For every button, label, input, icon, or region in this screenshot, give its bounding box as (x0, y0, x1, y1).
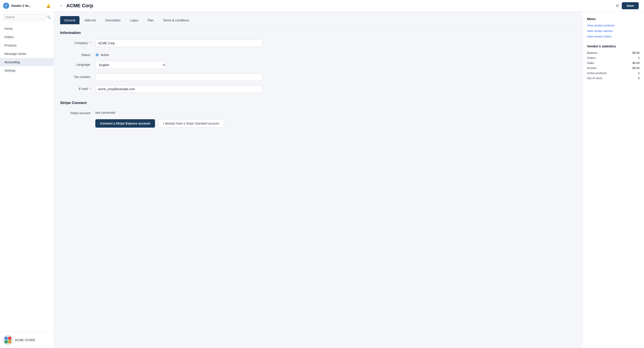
stripe-connect-section: Stripe Connect Stripe account: Not conne… (60, 101, 576, 128)
stripe-buttons-container: Connect a Stripe Express account I alrea… (95, 119, 576, 128)
tax-number-label: Tax number: (60, 73, 95, 79)
sidebar-item-accounting[interactable]: Accounting (0, 58, 54, 66)
stats-balance-value: $0.00 (632, 51, 640, 55)
language-row: Language: English Spanish French German (60, 61, 576, 69)
user-avatar-icon: V (3, 3, 9, 9)
status-radio-group: Active (95, 51, 263, 57)
right-menu-section: Menu View vendor products View vendor ad… (587, 17, 640, 38)
sidebar-header: V Vendor 2 Ve... 🔔 (0, 0, 54, 12)
email-row: E-mail: * (60, 85, 576, 93)
stats-row-income: Income $0.00 (587, 66, 640, 70)
connect-stripe-express-button[interactable]: Connect a Stripe Express account (95, 119, 155, 128)
email-control-wrap (95, 85, 263, 93)
stats-orders-label: Orders (587, 56, 596, 60)
view-vendor-products-link[interactable]: View vendor products (587, 24, 640, 27)
company-row: Company: * (60, 40, 576, 47)
language-select[interactable]: English Spanish French German (95, 61, 166, 69)
sidebar-search-container: 🔍 (0, 12, 54, 23)
email-input[interactable] (95, 85, 263, 93)
email-label: E-mail: * (60, 85, 95, 91)
stats-out-of-stock-label: Out of stock (587, 77, 602, 80)
stats-row-out-of-stock: Out of stock 0 (587, 77, 640, 80)
tab-logos[interactable]: Logos (126, 16, 142, 24)
stripe-account-status-wrap: Not connected (95, 110, 263, 114)
tabs-container: General Add-ons Description Logos Plan T… (60, 16, 576, 25)
stats-sales-value: $0.00 (632, 61, 640, 65)
stats-orders-value: 2 (638, 56, 640, 60)
stats-active-products-value: 2 (638, 71, 640, 75)
page-title: ACME Corp (66, 3, 93, 9)
status-row: Status: Active (60, 51, 576, 57)
store-info: ACME STORE (3, 335, 51, 345)
stats-income-label: Income (587, 66, 596, 70)
tab-general[interactable]: General (60, 16, 80, 24)
connect-stripe-standard-button[interactable]: I already have a Stripe Standard account (158, 119, 224, 128)
sidebar: V Vendor 2 Ve... 🔔 🔍 Home Orders Product… (0, 0, 54, 348)
stats-sales-label: Sales (587, 61, 594, 65)
search-icon: 🔍 (47, 16, 51, 19)
tab-add-ons[interactable]: Add-ons (80, 16, 100, 24)
stats-row-active-products: Active products 2 (587, 71, 640, 75)
vendor-statistics-title: Vendor's statistics (587, 44, 640, 48)
right-sidebar: Menu View vendor products View vendor ad… (582, 12, 644, 348)
stripe-account-label: Stripe account: (60, 110, 95, 115)
tab-description[interactable]: Description (101, 16, 125, 24)
language-label: Language: (60, 61, 95, 66)
status-control-wrap: Active (95, 51, 263, 57)
stripe-account-row: Stripe account: Not connected (60, 110, 576, 115)
sidebar-item-message-center[interactable]: Message center (0, 50, 54, 58)
stats-row-balance: Balance $0.00 (587, 51, 640, 55)
topbar-right: ⚙ Save (616, 2, 639, 9)
sidebar-item-products[interactable]: Products (0, 41, 54, 50)
stats-income-value: $0.00 (632, 66, 640, 70)
sidebar-user-label: Vendor 2 Ve... (11, 4, 31, 8)
sidebar-user: V Vendor 2 Ve... (3, 3, 31, 9)
email-required-marker: * (90, 87, 91, 91)
content-main: General Add-ons Description Logos Plan T… (54, 12, 582, 348)
tax-number-row: Tax number: (60, 73, 576, 81)
tax-number-control-wrap (95, 73, 263, 81)
company-input[interactable] (95, 40, 263, 47)
stats-row-sales: Sales $0.00 (587, 61, 640, 65)
company-input-wrap (95, 40, 263, 47)
status-label: Status: (60, 51, 95, 57)
status-active-radio[interactable] (95, 53, 99, 57)
content-area: General Add-ons Description Logos Plan T… (54, 12, 644, 348)
status-active-label: Active (100, 53, 109, 57)
store-name-label: ACME STORE (15, 338, 35, 342)
information-section-title: Information (60, 31, 576, 35)
tab-terms-conditions[interactable]: Terms & conditions (159, 16, 193, 24)
sidebar-nav: Home Orders Products Message center Acco… (0, 23, 54, 332)
company-label: Company: * (60, 40, 95, 45)
settings-gear-button[interactable]: ⚙ (616, 3, 619, 8)
tab-plan[interactable]: Plan (143, 16, 158, 24)
vendor-statistics-section: Vendor's statistics Balance $0.00 Orders… (587, 44, 640, 80)
company-required-marker: * (90, 41, 91, 45)
sidebar-item-orders[interactable]: Orders (0, 33, 54, 41)
notification-bell-icon[interactable]: 🔔 (46, 4, 51, 8)
stats-active-products-label: Active products (587, 71, 606, 75)
back-button[interactable]: ← (59, 4, 63, 8)
right-menu-title: Menu (587, 17, 640, 21)
stats-row-orders: Orders 2 (587, 56, 640, 60)
language-control-wrap: English Spanish French German (95, 61, 263, 69)
view-vendor-admins-link[interactable]: View vendor admins (587, 29, 640, 33)
view-vendor-orders-link[interactable]: View vendor orders (587, 35, 640, 38)
tax-number-input[interactable] (95, 73, 263, 81)
topbar: ← ACME Corp ⚙ Save (54, 0, 644, 12)
stripe-account-status: Not connected (95, 110, 263, 114)
store-icon (3, 335, 13, 345)
sidebar-item-settings[interactable]: Settings (0, 66, 54, 75)
stripe-connect-title: Stripe Connect (60, 101, 576, 105)
sidebar-footer: ACME STORE (0, 332, 54, 348)
information-section: Information Company: * Status: (60, 31, 576, 93)
main-content: ← ACME Corp ⚙ Save General Add-ons Descr… (54, 0, 644, 348)
search-input[interactable] (3, 14, 46, 20)
stats-balance-label: Balance (587, 51, 597, 55)
save-button[interactable]: Save (622, 2, 639, 9)
stats-out-of-stock-value: 0 (638, 77, 640, 80)
topbar-left: ← ACME Corp (59, 3, 93, 9)
sidebar-item-home[interactable]: Home (0, 25, 54, 33)
